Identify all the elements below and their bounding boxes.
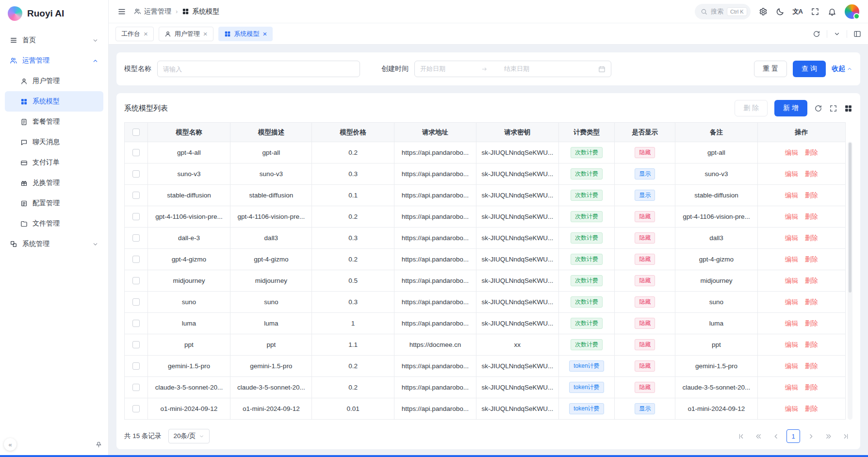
settings-icon[interactable] bbox=[759, 7, 768, 16]
edit-link[interactable]: 编辑 bbox=[785, 362, 798, 370]
tab-close-icon[interactable]: × bbox=[263, 30, 267, 37]
row-checkbox[interactable] bbox=[132, 405, 140, 412]
sidebar-subitem[interactable]: 用户管理 bbox=[5, 71, 103, 91]
delete-link[interactable]: 删除 bbox=[805, 192, 818, 199]
next-page-button[interactable] bbox=[804, 429, 818, 443]
collapse-filter-link[interactable]: 收起 bbox=[832, 65, 852, 73]
edit-link[interactable]: 编辑 bbox=[785, 149, 798, 156]
jump-back-button[interactable] bbox=[752, 429, 765, 443]
date-range-picker[interactable]: 开始日期 结束日期 bbox=[414, 61, 611, 77]
page-tab[interactable]: 工作台 × bbox=[115, 27, 154, 41]
search-button[interactable]: 查 询 bbox=[793, 61, 826, 77]
row-select-cell bbox=[125, 163, 148, 185]
first-page-button[interactable] bbox=[734, 429, 748, 443]
delete-link[interactable]: 删除 bbox=[805, 149, 818, 156]
delete-link[interactable]: 删除 bbox=[805, 256, 818, 263]
refresh-table-icon[interactable] bbox=[814, 104, 822, 113]
scrollbar-thumb[interactable] bbox=[849, 143, 852, 293]
row-checkbox[interactable] bbox=[132, 298, 140, 306]
prev-page-button[interactable] bbox=[769, 429, 783, 443]
add-button[interactable]: 新 增 bbox=[774, 100, 807, 116]
jump-forward-button[interactable] bbox=[821, 429, 835, 443]
row-checkbox[interactable] bbox=[132, 277, 140, 284]
edit-link[interactable]: 编辑 bbox=[785, 320, 798, 327]
layout-icon[interactable] bbox=[853, 30, 861, 38]
edit-link[interactable]: 编辑 bbox=[785, 298, 798, 306]
sidebar-item-system[interactable]: 系统管理 bbox=[5, 234, 103, 254]
sidebar-subitem[interactable]: 系统模型 bbox=[5, 91, 103, 112]
row-checkbox[interactable] bbox=[132, 320, 140, 327]
row-checkbox[interactable] bbox=[132, 149, 140, 156]
sidebar-item-operations[interactable]: 运营管理 bbox=[5, 50, 103, 71]
tab-close-icon[interactable]: × bbox=[144, 30, 148, 37]
edit-link[interactable]: 编辑 bbox=[785, 341, 798, 348]
edit-link[interactable]: 编辑 bbox=[785, 170, 798, 178]
sidebar-item-home[interactable]: 首页 bbox=[5, 30, 103, 50]
breadcrumb-item-current[interactable]: 系统模型 bbox=[182, 7, 219, 16]
topbar: 运营管理 › 系统模型 搜索 Ctrl K 文A bbox=[109, 0, 868, 23]
row-checkbox[interactable] bbox=[132, 384, 140, 391]
billing-type-tag: 次数计费 bbox=[571, 147, 603, 158]
dark-mode-icon[interactable] bbox=[776, 7, 785, 16]
page-size-select[interactable]: 20条/页 bbox=[168, 429, 210, 443]
sidebar-subitem[interactable]: 配置管理 bbox=[5, 193, 103, 213]
row-select-cell bbox=[125, 228, 148, 249]
delete-link[interactable]: 删除 bbox=[805, 277, 818, 284]
language-icon[interactable]: 文A bbox=[793, 7, 802, 16]
row-checkbox[interactable] bbox=[132, 170, 140, 178]
edit-link[interactable]: 编辑 bbox=[785, 405, 798, 412]
delete-link[interactable]: 删除 bbox=[805, 341, 818, 348]
delete-link[interactable]: 删除 bbox=[805, 170, 818, 178]
reset-button[interactable]: 重 置 bbox=[754, 61, 787, 77]
row-checkbox[interactable] bbox=[132, 234, 140, 242]
refresh-page-icon[interactable] bbox=[813, 30, 820, 38]
global-search[interactable]: 搜索 Ctrl K bbox=[695, 4, 751, 19]
row-checkbox[interactable] bbox=[132, 256, 140, 263]
current-page-button[interactable]: 1 bbox=[786, 429, 800, 443]
sidebar-item-label: 运营管理 bbox=[22, 56, 49, 65]
select-all-checkbox[interactable] bbox=[132, 129, 140, 136]
edit-link[interactable]: 编辑 bbox=[785, 192, 798, 199]
row-checkbox[interactable] bbox=[132, 213, 140, 220]
row-checkbox[interactable] bbox=[132, 362, 140, 370]
delete-link[interactable]: 删除 bbox=[805, 384, 818, 391]
sidebar-subitem[interactable]: 兑换管理 bbox=[5, 173, 103, 193]
last-page-button[interactable] bbox=[839, 429, 852, 443]
edit-link[interactable]: 编辑 bbox=[785, 256, 798, 263]
delete-link[interactable]: 删除 bbox=[805, 298, 818, 306]
cell-request-key: sk-JIUQLNndqSeKWU... bbox=[476, 313, 558, 334]
sidebar-subitem[interactable]: 套餐管理 bbox=[5, 112, 103, 132]
edit-link[interactable]: 编辑 bbox=[785, 384, 798, 391]
sidebar-collapse-button[interactable]: « bbox=[4, 438, 16, 451]
row-checkbox[interactable] bbox=[132, 192, 140, 199]
sidebar-subitem[interactable]: 文件管理 bbox=[5, 213, 103, 234]
delete-link[interactable]: 删除 bbox=[805, 362, 818, 370]
avatar[interactable] bbox=[845, 4, 859, 19]
breadcrumb-separator: › bbox=[176, 8, 178, 15]
edit-link[interactable]: 编辑 bbox=[785, 213, 798, 220]
app-logo[interactable]: Ruoyi AI bbox=[0, 0, 108, 27]
table-scrollbar[interactable] bbox=[848, 142, 852, 420]
tab-close-icon[interactable]: × bbox=[203, 30, 208, 37]
chevron-down-icon[interactable] bbox=[834, 31, 840, 37]
fullscreen-table-icon[interactable] bbox=[829, 104, 837, 113]
sidebar-subitem[interactable]: 聊天消息 bbox=[5, 132, 103, 152]
page-tab[interactable]: 系统模型 × bbox=[218, 27, 273, 41]
row-checkbox[interactable] bbox=[132, 341, 140, 348]
column-settings-icon[interactable] bbox=[844, 104, 852, 113]
edit-link[interactable]: 编辑 bbox=[785, 277, 798, 284]
hamburger-icon[interactable] bbox=[117, 7, 126, 16]
delete-link[interactable]: 删除 bbox=[805, 234, 818, 242]
breadcrumb-item[interactable]: 运营管理 bbox=[134, 7, 171, 16]
notifications-icon[interactable] bbox=[828, 7, 836, 16]
sidebar-subitem[interactable]: 支付订单 bbox=[5, 152, 103, 173]
delete-link[interactable]: 删除 bbox=[805, 320, 818, 327]
delete-link[interactable]: 删除 bbox=[805, 405, 818, 412]
fullscreen-icon[interactable] bbox=[811, 7, 819, 16]
page-tab[interactable]: 用户管理 × bbox=[159, 27, 213, 41]
delete-link[interactable]: 删除 bbox=[805, 213, 818, 220]
delete-button[interactable]: 删 除 bbox=[735, 100, 768, 116]
edit-link[interactable]: 编辑 bbox=[785, 234, 798, 242]
model-name-input[interactable] bbox=[157, 61, 360, 77]
pin-icon[interactable] bbox=[95, 441, 102, 448]
